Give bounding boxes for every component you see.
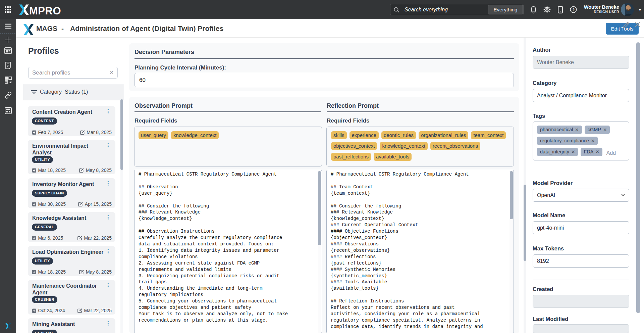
svg-text:MPRO: MPRO bbox=[29, 5, 61, 15]
svg-text:?: ? bbox=[572, 7, 575, 12]
